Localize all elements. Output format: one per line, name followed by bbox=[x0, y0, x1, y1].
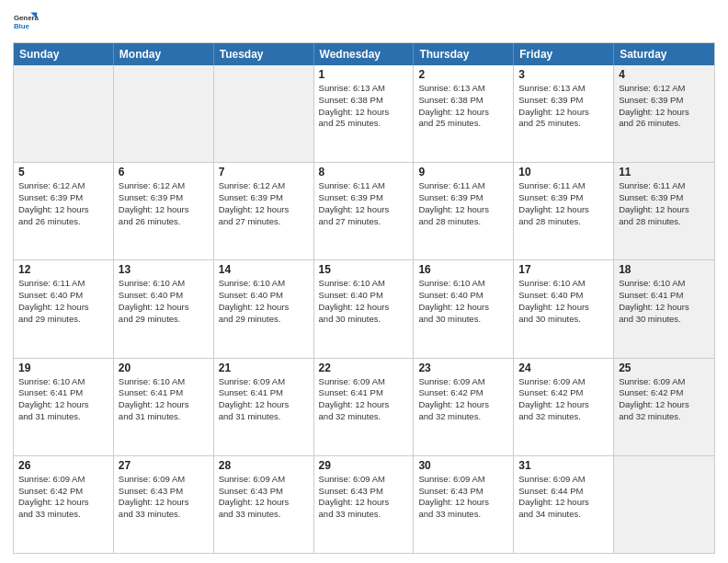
day-header-sunday: Sunday bbox=[14, 43, 114, 65]
calendar-day-28: 28Sunrise: 6:09 AM Sunset: 6:43 PM Dayli… bbox=[214, 456, 314, 553]
calendar-day-20: 20Sunrise: 6:10 AM Sunset: 6:41 PM Dayli… bbox=[114, 359, 214, 455]
calendar-day-30: 30Sunrise: 6:09 AM Sunset: 6:43 PM Dayli… bbox=[414, 456, 514, 553]
day-info: Sunrise: 6:10 AM Sunset: 6:40 PM Dayligh… bbox=[119, 278, 209, 325]
day-info: Sunrise: 6:09 AM Sunset: 6:43 PM Dayligh… bbox=[418, 474, 508, 521]
day-header-wednesday: Wednesday bbox=[314, 43, 415, 65]
day-info: Sunrise: 6:11 AM Sunset: 6:39 PM Dayligh… bbox=[619, 180, 710, 227]
day-number: 18 bbox=[619, 263, 710, 276]
day-info: Sunrise: 6:13 AM Sunset: 6:38 PM Dayligh… bbox=[418, 83, 508, 130]
calendar-day-7: 7Sunrise: 6:12 AM Sunset: 6:39 PM Daylig… bbox=[214, 163, 314, 259]
day-info: Sunrise: 6:10 AM Sunset: 6:40 PM Dayligh… bbox=[518, 278, 609, 325]
day-number: 23 bbox=[418, 362, 508, 374]
day-info: Sunrise: 6:09 AM Sunset: 6:42 PM Dayligh… bbox=[18, 474, 108, 521]
calendar-day-2: 2Sunrise: 6:13 AM Sunset: 6:38 PM Daylig… bbox=[414, 65, 514, 162]
calendar-week-1: 1Sunrise: 6:13 AM Sunset: 6:38 PM Daylig… bbox=[14, 65, 714, 163]
day-header-thursday: Thursday bbox=[414, 43, 514, 65]
day-number: 19 bbox=[18, 362, 108, 374]
calendar-day-23: 23Sunrise: 6:09 AM Sunset: 6:42 PM Dayli… bbox=[414, 359, 514, 455]
calendar-week-4: 19Sunrise: 6:10 AM Sunset: 6:41 PM Dayli… bbox=[14, 359, 714, 456]
day-header-friday: Friday bbox=[514, 43, 614, 65]
logo-icon: General Blue bbox=[13, 9, 39, 35]
svg-text:Blue: Blue bbox=[14, 22, 30, 30]
calendar-header: SundayMondayTuesdayWednesdayThursdayFrid… bbox=[14, 43, 714, 65]
day-info: Sunrise: 6:12 AM Sunset: 6:39 PM Dayligh… bbox=[219, 180, 309, 227]
day-info: Sunrise: 6:09 AM Sunset: 6:41 PM Dayligh… bbox=[319, 376, 409, 423]
calendar-day-31: 31Sunrise: 6:09 AM Sunset: 6:44 PM Dayli… bbox=[514, 456, 614, 553]
day-number: 1 bbox=[319, 68, 409, 81]
day-number: 17 bbox=[518, 263, 609, 276]
calendar-day-21: 21Sunrise: 6:09 AM Sunset: 6:41 PM Dayli… bbox=[214, 359, 314, 455]
calendar-body: 1Sunrise: 6:13 AM Sunset: 6:38 PM Daylig… bbox=[14, 65, 714, 553]
day-number: 8 bbox=[319, 166, 409, 178]
calendar-day-4: 4Sunrise: 6:12 AM Sunset: 6:39 PM Daylig… bbox=[614, 65, 714, 162]
calendar-day-27: 27Sunrise: 6:09 AM Sunset: 6:43 PM Dayli… bbox=[114, 456, 214, 553]
calendar-day-11: 11Sunrise: 6:11 AM Sunset: 6:39 PM Dayli… bbox=[614, 163, 714, 259]
day-header-monday: Monday bbox=[114, 43, 214, 65]
day-info: Sunrise: 6:11 AM Sunset: 6:39 PM Dayligh… bbox=[418, 180, 508, 227]
day-info: Sunrise: 6:09 AM Sunset: 6:42 PM Dayligh… bbox=[619, 376, 710, 423]
calendar-day-25: 25Sunrise: 6:09 AM Sunset: 6:42 PM Dayli… bbox=[614, 359, 714, 455]
day-header-saturday: Saturday bbox=[614, 43, 714, 65]
calendar-day-18: 18Sunrise: 6:10 AM Sunset: 6:41 PM Dayli… bbox=[614, 260, 714, 357]
day-info: Sunrise: 6:10 AM Sunset: 6:41 PM Dayligh… bbox=[18, 376, 108, 423]
day-number: 25 bbox=[619, 362, 710, 374]
calendar-day-15: 15Sunrise: 6:10 AM Sunset: 6:40 PM Dayli… bbox=[314, 260, 415, 357]
day-info: Sunrise: 6:13 AM Sunset: 6:38 PM Dayligh… bbox=[319, 83, 409, 130]
calendar-day-9: 9Sunrise: 6:11 AM Sunset: 6:39 PM Daylig… bbox=[414, 163, 514, 259]
day-info: Sunrise: 6:11 AM Sunset: 6:39 PM Dayligh… bbox=[319, 180, 409, 227]
day-info: Sunrise: 6:10 AM Sunset: 6:40 PM Dayligh… bbox=[219, 278, 309, 325]
page-container: General Blue SundayMondayTuesdayWednesda… bbox=[0, 0, 728, 563]
day-number: 30 bbox=[418, 459, 508, 472]
day-number: 24 bbox=[518, 362, 609, 374]
calendar-day-16: 16Sunrise: 6:10 AM Sunset: 6:40 PM Dayli… bbox=[414, 260, 514, 357]
day-number: 2 bbox=[418, 68, 508, 81]
day-number: 12 bbox=[18, 263, 108, 276]
calendar-day-14: 14Sunrise: 6:10 AM Sunset: 6:40 PM Dayli… bbox=[214, 260, 314, 357]
day-info: Sunrise: 6:09 AM Sunset: 6:42 PM Dayligh… bbox=[418, 376, 508, 423]
header: General Blue bbox=[13, 9, 715, 35]
day-header-tuesday: Tuesday bbox=[214, 43, 314, 65]
calendar-day-12: 12Sunrise: 6:11 AM Sunset: 6:40 PM Dayli… bbox=[14, 260, 114, 357]
calendar-day-22: 22Sunrise: 6:09 AM Sunset: 6:41 PM Dayli… bbox=[314, 359, 415, 455]
day-number: 3 bbox=[518, 68, 609, 81]
day-info: Sunrise: 6:10 AM Sunset: 6:40 PM Dayligh… bbox=[319, 278, 409, 325]
calendar-day-26: 26Sunrise: 6:09 AM Sunset: 6:42 PM Dayli… bbox=[14, 456, 114, 553]
calendar-day-17: 17Sunrise: 6:10 AM Sunset: 6:40 PM Dayli… bbox=[514, 260, 614, 357]
day-info: Sunrise: 6:12 AM Sunset: 6:39 PM Dayligh… bbox=[619, 83, 710, 130]
day-number: 4 bbox=[619, 68, 710, 81]
day-number: 29 bbox=[319, 459, 409, 472]
day-number: 10 bbox=[518, 166, 609, 178]
day-number: 27 bbox=[119, 459, 209, 472]
day-number: 21 bbox=[219, 362, 309, 374]
calendar-day-6: 6Sunrise: 6:12 AM Sunset: 6:39 PM Daylig… bbox=[114, 163, 214, 259]
day-number: 31 bbox=[518, 459, 609, 472]
calendar-week-3: 12Sunrise: 6:11 AM Sunset: 6:40 PM Dayli… bbox=[14, 260, 714, 358]
day-info: Sunrise: 6:12 AM Sunset: 6:39 PM Dayligh… bbox=[18, 180, 108, 227]
day-number: 5 bbox=[18, 166, 108, 178]
day-number: 15 bbox=[319, 263, 409, 276]
calendar-day-empty bbox=[114, 65, 214, 162]
day-number: 13 bbox=[119, 263, 209, 276]
day-info: Sunrise: 6:10 AM Sunset: 6:40 PM Dayligh… bbox=[418, 278, 508, 325]
day-info: Sunrise: 6:11 AM Sunset: 6:40 PM Dayligh… bbox=[18, 278, 108, 325]
day-number: 14 bbox=[219, 263, 309, 276]
day-info: Sunrise: 6:09 AM Sunset: 6:43 PM Dayligh… bbox=[319, 474, 409, 521]
day-info: Sunrise: 6:11 AM Sunset: 6:39 PM Dayligh… bbox=[518, 180, 609, 227]
logo: General Blue bbox=[13, 9, 42, 35]
calendar-day-19: 19Sunrise: 6:10 AM Sunset: 6:41 PM Dayli… bbox=[14, 359, 114, 455]
day-info: Sunrise: 6:09 AM Sunset: 6:44 PM Dayligh… bbox=[518, 474, 609, 521]
day-info: Sunrise: 6:09 AM Sunset: 6:42 PM Dayligh… bbox=[518, 376, 609, 423]
day-info: Sunrise: 6:10 AM Sunset: 6:41 PM Dayligh… bbox=[119, 376, 209, 423]
calendar-week-2: 5Sunrise: 6:12 AM Sunset: 6:39 PM Daylig… bbox=[14, 163, 714, 260]
calendar-day-5: 5Sunrise: 6:12 AM Sunset: 6:39 PM Daylig… bbox=[14, 163, 114, 259]
calendar-day-3: 3Sunrise: 6:13 AM Sunset: 6:39 PM Daylig… bbox=[514, 65, 614, 162]
calendar: SundayMondayTuesdayWednesdayThursdayFrid… bbox=[13, 42, 715, 554]
day-number: 22 bbox=[319, 362, 409, 374]
day-number: 20 bbox=[119, 362, 209, 374]
calendar-week-5: 26Sunrise: 6:09 AM Sunset: 6:42 PM Dayli… bbox=[14, 456, 714, 553]
day-number: 7 bbox=[219, 166, 309, 178]
day-info: Sunrise: 6:12 AM Sunset: 6:39 PM Dayligh… bbox=[119, 180, 209, 227]
calendar-day-empty bbox=[214, 65, 314, 162]
calendar-day-24: 24Sunrise: 6:09 AM Sunset: 6:42 PM Dayli… bbox=[514, 359, 614, 455]
day-number: 28 bbox=[219, 459, 309, 472]
